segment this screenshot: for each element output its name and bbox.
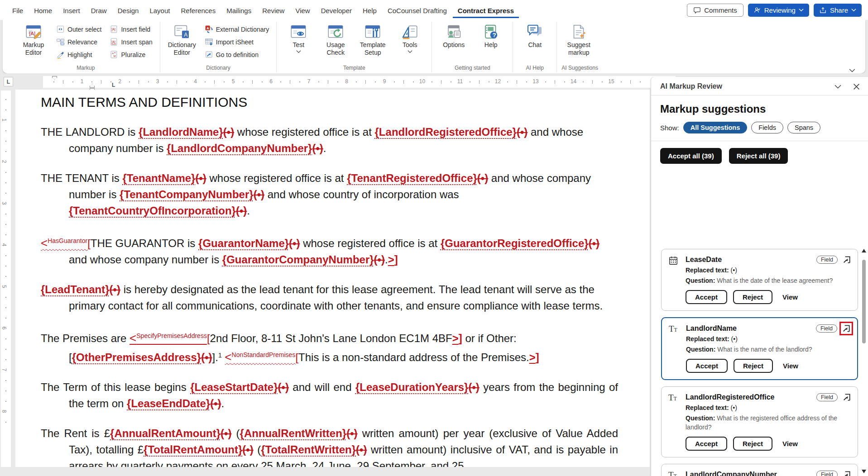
menu-tab-view[interactable]: View — [290, 2, 315, 18]
menu-tab-design[interactable]: Design — [113, 2, 144, 18]
markup-span-close[interactable]: >] — [388, 253, 398, 266]
usage-check-button[interactable]: Usage Check — [318, 22, 353, 57]
scroll-up-arrow-icon[interactable] — [862, 249, 866, 252]
jump-to-document-icon[interactable] — [842, 324, 851, 333]
help-button[interactable]: ?Help — [474, 22, 508, 50]
markup-span-open-hasguarantor[interactable]: <HasGuarantor[ — [41, 237, 91, 249]
dictionary-editor-button[interactable]: ADictionary Editor — [165, 22, 199, 57]
markup-span-open-nonstandardpremises[interactable]: <NonStandardPremises[ — [225, 351, 298, 363]
tab-selector[interactable]: L — [4, 77, 13, 86]
first-line-indent-marker[interactable] — [52, 76, 57, 80]
close-panel-icon[interactable] — [853, 83, 860, 90]
jump-to-document-icon[interactable] — [842, 255, 851, 264]
menu-tab-mailings[interactable]: Mailings — [221, 2, 256, 18]
markup-field-guarantorregisteredoffice[interactable]: {GuarantorRegisteredOffice}(•) — [441, 237, 599, 249]
filter-pill-spans[interactable]: Spans — [787, 122, 820, 133]
accept-button[interactable]: Accept — [686, 359, 728, 373]
insert-field-button[interactable]: [A]Insert field — [107, 24, 155, 35]
markup-field-annualrentwritten[interactable]: {AnnualRentWritten}(•) — [240, 427, 358, 439]
template-setup-button[interactable]: Template Setup — [355, 22, 390, 57]
markup-field-landlordregisteredoffice[interactable]: {LandlordRegisteredOffice}(•) — [375, 126, 528, 138]
markup-field-tenantregisteredoffice[interactable]: {TenantRegisteredOffice}(•) — [347, 172, 488, 184]
markup-field-tenantcountryofincorporation[interactable]: {TenantCountryOfIncorporation}(•) — [69, 205, 247, 217]
collapse-panel-icon[interactable] — [834, 83, 841, 90]
markup-field-landlordcompanynumber[interactable]: {LandlordCompanyNumber}(•) — [167, 142, 323, 154]
scrollbar-thumb[interactable] — [862, 260, 866, 343]
menu-tab-help[interactable]: Help — [358, 2, 382, 18]
markup-field-totalrentwritten[interactable]: {TotalRentWritten}(•) — [261, 443, 367, 456]
jump-to-document-icon[interactable] — [842, 470, 851, 476]
markup-span-close[interactable]: >] — [529, 351, 539, 363]
accept-button[interactable]: Accept — [686, 437, 727, 451]
import-isheet-button[interactable]: Import iSheet — [202, 36, 272, 48]
view-button[interactable]: View — [782, 293, 798, 301]
reject-button[interactable]: Reject — [734, 359, 773, 373]
ruler-tick — [470, 81, 470, 82]
suggestion-card-landlordcompanynumber[interactable]: TTLandlordCompanyNumberFieldReplaced tex… — [661, 464, 858, 476]
menu-tab-references[interactable]: References — [176, 2, 221, 18]
accept-button[interactable]: Accept — [686, 290, 727, 304]
markup-field-tenantcompanynumber[interactable]: {TenantCompanyNumber}(•) — [120, 188, 264, 200]
highlight-button[interactable]: Highlight — [53, 49, 104, 60]
view-button[interactable]: View — [783, 362, 798, 370]
menu-tab-home[interactable]: Home — [29, 2, 57, 18]
menu-tab-review[interactable]: Review — [257, 2, 289, 18]
markup-field-landlordname[interactable]: {LandlordName}(•) — [139, 126, 234, 138]
outer-select-button[interactable]: Outer select — [53, 24, 104, 35]
options-button[interactable]: Options — [436, 22, 471, 50]
menu-tab-file[interactable]: File — [7, 2, 28, 18]
suggest-markup-button[interactable]: Suggest markup — [561, 22, 596, 57]
menu-tab-draw[interactable]: Draw — [86, 2, 112, 18]
tools-button[interactable]: Tools — [393, 22, 427, 54]
markup-field-leasedurationyears[interactable]: {LeaseDurationYears}(•) — [355, 381, 480, 393]
menu-tab-contract-express[interactable]: Contract Express — [453, 2, 519, 18]
suggestion-card-leasedate[interactable]: LeaseDateFieldReplaced text: (•)Question… — [661, 249, 858, 311]
ruler-tick — [365, 80, 366, 84]
markup-field-guarantorcompanynumber[interactable]: {GuarantorCompanyNumber}(•) — [222, 253, 385, 266]
menu-tab-developer[interactable]: Developer — [316, 2, 357, 18]
reviewing-button[interactable]: Reviewing — [748, 4, 809, 17]
markup-field-tenantname[interactable]: {TenantName}(•) — [122, 172, 206, 184]
markup-span-close[interactable]: >] — [452, 332, 462, 344]
reject-button[interactable]: Reject — [733, 290, 772, 304]
markup-field-guarantorname[interactable]: {GuarantorName}(•) — [198, 237, 300, 249]
markup-field-leadtenant[interactable]: {LeadTenant}(•) — [41, 283, 120, 295]
external-dictionary-button[interactable]: AExternal Dictionary — [202, 24, 272, 35]
reject-button[interactable]: Reject — [733, 437, 772, 451]
menu-tab-insert[interactable]: Insert — [58, 2, 85, 18]
ruler-tick — [375, 81, 376, 82]
markup-field-leaseenddate[interactable]: {LeaseEndDate}(•) — [127, 397, 221, 409]
scroll-down-arrow-icon[interactable] — [862, 470, 866, 473]
jump-to-document-icon[interactable] — [842, 393, 851, 402]
menu-tab-layout[interactable]: Layout — [144, 2, 175, 18]
tab-stop-marker[interactable]: L — [112, 82, 115, 88]
document-page[interactable]: MAIN TERMS AND DEFINITIONSTHE LANDLORD i… — [15, 90, 650, 467]
filter-pill-fields[interactable]: Fields — [751, 122, 783, 133]
accept-all-button[interactable]: Accept all (39) — [660, 148, 722, 164]
markup-field-leasestartdate[interactable]: {LeaseStartDate}(•) — [190, 381, 289, 393]
pluralize-button[interactable]: AMPluralize — [107, 49, 155, 60]
chat-button[interactable]: Chat — [518, 22, 552, 50]
suggestion-card-landlordregisteredoffice[interactable]: TTLandlordRegisteredOfficeFieldReplaced … — [661, 386, 858, 457]
panel-scrollbar[interactable] — [861, 248, 867, 474]
go-to-definition-button[interactable]: Go to definition — [202, 49, 272, 60]
markup-field-otherpremisesaddress[interactable]: {OtherPremisesAddress}(•) — [72, 351, 212, 363]
field-name: {LeaseStartDate} — [190, 381, 278, 393]
collapse-ribbon-icon[interactable] — [849, 66, 855, 71]
share-button[interactable]: Share — [814, 4, 862, 17]
hanging-indent-marker[interactable] — [90, 84, 95, 88]
markup-field-totalrentamount[interactable]: {TotalRentAmount}(•) — [144, 443, 254, 456]
test-button[interactable]: Test — [281, 22, 316, 54]
footnote-reference[interactable]: 1 — [218, 352, 222, 359]
filter-pill-all-suggestions[interactable]: All Suggestions — [683, 122, 748, 133]
markup-span-open-specifypremisesaddress[interactable]: <SpecifyPremisesAddress[ — [129, 332, 210, 344]
menu-tab-cocounsel-drafting[interactable]: CoCounsel Drafting — [383, 2, 452, 18]
reject-all-button[interactable]: Reject all (39) — [729, 148, 788, 164]
markup-editor-button[interactable]: [A]Markup Editor — [16, 22, 51, 57]
relevance-button[interactable]: Relevance — [53, 36, 104, 48]
markup-field-annualrentamount[interactable]: {AnnualRentAmount}(•) — [110, 427, 231, 439]
comments-button[interactable]: Comments — [687, 4, 743, 17]
view-button[interactable]: View — [782, 440, 798, 447]
suggestion-card-landlordname[interactable]: TTLandlordNameFieldReplaced text: (•)Que… — [661, 317, 858, 380]
insert-span-button[interactable]: [A]Insert span — [107, 36, 155, 48]
